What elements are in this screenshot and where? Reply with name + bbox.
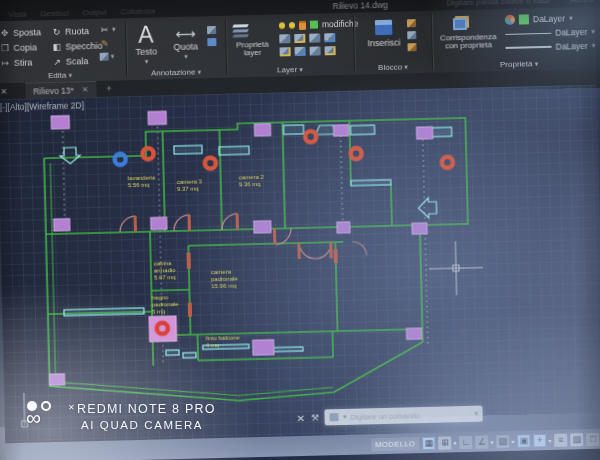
pencil-icon: ✎ [99, 39, 110, 49]
layer-tool-icon[interactable] [309, 33, 320, 42]
layer-freeze-icon[interactable] [289, 22, 295, 28]
room-label: camera 3 [177, 178, 203, 185]
grid-toggle[interactable]: ▦ [422, 436, 435, 449]
transparency-toggle[interactable]: ▧ [570, 433, 583, 446]
layer-on-icon[interactable] [279, 22, 285, 28]
ribbon-tab[interactable]: Gestisci [40, 8, 69, 18]
match-properties-icon [453, 18, 467, 30]
panel-layer: Proprietà layer modifiche [227, 13, 352, 78]
text-icon: A [138, 24, 154, 46]
camera-watermark: ∞ ✕REDMI NOTE 8 PRO AI QUAD CAMERA [26, 400, 216, 431]
quad-camera-logo-icon: ∞ [26, 400, 60, 430]
room-area: 5.67 mq [154, 274, 176, 281]
room-label: bagno [152, 294, 169, 300]
search-input[interactable]: Digitare parola chiave o frase [446, 0, 550, 7]
autocad-window: Vista Gestisci Output Collabora Rilievo … [0, 0, 600, 460]
panel-label-blocco[interactable]: Blocco ▾ [356, 62, 430, 73]
table-icon [207, 38, 216, 46]
ribbon-tab[interactable]: Collabora [121, 6, 155, 16]
document-title: Rilievo 14.dwg [332, 0, 388, 11]
scissors-icon: ✂ [99, 25, 110, 35]
signin-user-icon[interactable]: Accedi [570, 0, 594, 4]
layer-tool-icon[interactable] [324, 33, 335, 42]
floor-plan: lavanderia 5.56 mq camera 3 9.37 mq came… [0, 85, 600, 444]
layer-tool-icon[interactable] [294, 34, 305, 43]
close-icon[interactable]: ✕ [0, 87, 7, 96]
panel-edita: ✥Sposta ↻Ruota ❐Copia ◧Specchio ↦Stira ↗… [0, 18, 124, 83]
photo-of-autocad-screen: Vista Gestisci Output Collabora Rilievo … [0, 0, 600, 460]
room-area: 5 mq [152, 308, 165, 314]
table-button[interactable] [207, 38, 216, 46]
rotate-icon: ↻ [51, 26, 62, 36]
ribbon-tab[interactable]: Output [83, 7, 107, 17]
drawing-canvas[interactable]: lavanderia 5.56 mq camera 3 9.37 mq came… [0, 85, 600, 444]
edit-block-button[interactable] [407, 31, 416, 39]
move-button[interactable]: ✥Sposta [0, 24, 51, 40]
insert-block-button[interactable]: Inserisci [367, 19, 401, 48]
layer-stack-icon [231, 23, 251, 38]
layer-tool-icon[interactable] [295, 47, 306, 56]
room-label: camera [211, 269, 232, 276]
new-tab-button[interactable]: + [106, 84, 111, 94]
polar-toggle[interactable]: ∠ [475, 435, 488, 448]
panel-annotazione: A Testo▾ ⟷ Quota▾ Annotazione ▾ [127, 16, 224, 80]
snap-toggle[interactable]: ⊞ [438, 436, 451, 449]
current-color-swatch [519, 14, 529, 24]
layer-tool-icon[interactable] [280, 47, 291, 56]
tab-close-icon[interactable]: ✕ [82, 85, 89, 94]
model-space-button[interactable]: MODELLO [371, 437, 419, 451]
dimension-icon: ⟷ [175, 26, 195, 40]
panel-label-edita[interactable]: Edita ▾ [0, 69, 124, 81]
otrack-toggle[interactable]: + [533, 434, 546, 447]
leader-button[interactable] [207, 26, 216, 34]
stretch-button[interactable]: ↦Stira [0, 54, 52, 70]
edit-block-icon [407, 31, 416, 39]
room-label: cabina [154, 260, 172, 266]
trim-button[interactable]: ✂▾ [99, 24, 116, 34]
room-label: finto balcone [206, 334, 241, 341]
shaft-block [149, 316, 177, 342]
ortho-toggle[interactable]: ∟ [459, 435, 472, 448]
osnap-toggle[interactable]: ▣ [517, 434, 530, 447]
fillet-button[interactable]: ✎ [99, 38, 116, 48]
layer-tool-icon[interactable] [325, 46, 336, 55]
layer-lock-icon[interactable] [299, 20, 306, 29]
room-label: padronale [211, 276, 238, 283]
create-block-button[interactable] [407, 19, 416, 27]
room-area: 9.37 mq [177, 185, 199, 192]
text-button[interactable]: A Testo▾ [135, 23, 158, 66]
copy-icon: ❐ [0, 43, 11, 53]
selection-cycling-toggle[interactable]: □ [586, 432, 599, 445]
ribbon-tab[interactable]: Vista [9, 9, 27, 18]
match-properties-button[interactable]: Corrispondenza con proprietà [437, 17, 500, 51]
dimension-button[interactable]: ⟷ Quota▾ [173, 26, 198, 61]
isodraft-toggle[interactable]: ▨ [496, 434, 509, 447]
room-area: 9.36 mq [239, 181, 261, 188]
room-area: 4 mq [206, 342, 219, 348]
lineweight-control[interactable]: DaLayer▾ [505, 39, 595, 55]
panel-proprieta: Corrispondenza con proprietà DaLayer▾ Da… [433, 7, 596, 73]
linetype-icon [505, 32, 551, 34]
attrib-button[interactable] [407, 43, 416, 51]
layer-color-icon[interactable] [310, 21, 318, 29]
watermark-x-icon: ✕ [68, 403, 76, 412]
layer-properties-button[interactable]: Proprietà layer [231, 23, 274, 58]
viewport-controls[interactable]: [-][Alto][Wireframe 2D] [0, 100, 84, 112]
room-label: armadio [154, 267, 176, 274]
file-tab-active[interactable]: Rilievo 13* ✕ [25, 81, 97, 99]
layer-tool-icon[interactable] [310, 46, 321, 55]
room-area: 5.56 mq [128, 182, 150, 189]
panel-label-annotazione[interactable]: Annotazione ▾ [128, 67, 224, 78]
room-label: lavanderia [128, 175, 156, 182]
room-area: 15.96 mq [211, 283, 236, 290]
lineweight-toggle[interactable]: ≡ [554, 433, 567, 446]
panel-label-layer[interactable]: Layer ▾ [228, 64, 352, 76]
command-icon [330, 413, 339, 421]
layer-tool-icon[interactable] [279, 34, 290, 43]
copy-button[interactable]: ❐Copia [0, 39, 52, 55]
close-icon[interactable]: ✕ [296, 412, 305, 423]
lineweight-icon [506, 46, 552, 49]
move-icon: ✥ [0, 28, 10, 38]
array-button[interactable]: ▾ [100, 52, 117, 60]
customize-icon[interactable]: ⚒ [311, 413, 319, 423]
